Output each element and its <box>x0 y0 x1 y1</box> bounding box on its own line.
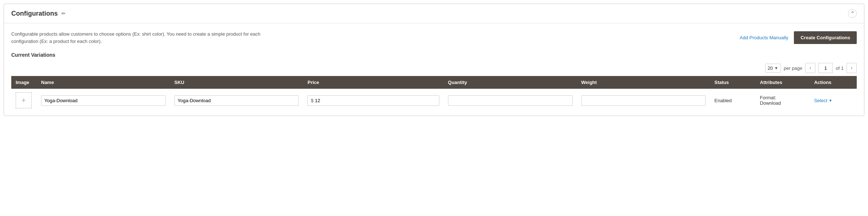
edit-icon[interactable]: ✏ <box>61 11 66 16</box>
prev-page-button[interactable]: ‹ <box>805 63 815 73</box>
col-header-price: Price <box>303 76 443 89</box>
select-label: Select <box>814 98 827 103</box>
attribute-value: Format:Download <box>760 95 781 106</box>
add-products-manually-link[interactable]: Add Products Manually <box>740 35 788 40</box>
chevron-down-icon: ▼ <box>774 66 778 70</box>
next-page-button[interactable]: › <box>847 63 857 73</box>
weight-input[interactable] <box>581 95 706 106</box>
select-action-button[interactable]: Select▼ <box>814 98 852 103</box>
per-page-select[interactable]: 20 ▼ <box>765 64 781 73</box>
panel-header-left: Configurations ✏ <box>11 10 66 17</box>
intro-text: Configurable products allow customers to… <box>11 31 261 45</box>
status-badge: Enabled <box>714 98 732 103</box>
col-header-status: Status <box>710 76 755 89</box>
price-input-wrap: $ <box>307 95 439 106</box>
chevron-down-icon: ▼ <box>829 99 832 103</box>
add-image-button[interactable]: + <box>16 92 32 108</box>
variations-table: Image Name SKU Price Quantity Weight Sta… <box>11 76 857 112</box>
table-row: +$EnabledFormat:DownloadSelect▼ <box>11 89 857 112</box>
status-cell: Enabled <box>710 89 755 112</box>
page-of-label: of 1 <box>836 65 844 71</box>
per-page-label: per page <box>784 65 802 71</box>
current-variations-title: Current Variations <box>11 52 857 58</box>
per-page-value: 20 <box>768 65 773 71</box>
table-header-row: Image Name SKU Price Quantity Weight Sta… <box>11 76 857 89</box>
weight-cell <box>577 89 710 112</box>
name-input[interactable] <box>41 95 166 106</box>
panel-title: Configurations <box>11 10 58 17</box>
price-input[interactable] <box>315 96 436 105</box>
sku-input[interactable] <box>174 95 299 106</box>
price-cell: $ <box>303 89 443 112</box>
configurations-panel: Configurations ✏ ⌃ Configurable products… <box>4 4 864 116</box>
panel-header: Configurations ✏ ⌃ <box>4 4 864 23</box>
image-cell: + <box>11 89 37 112</box>
name-cell <box>37 89 170 112</box>
page-number-input[interactable] <box>818 63 833 73</box>
quantity-cell <box>444 89 577 112</box>
intro-section: Configurable products allow customers to… <box>11 31 857 45</box>
col-header-quantity: Quantity <box>444 76 577 89</box>
quantity-input[interactable] <box>448 95 573 106</box>
sku-cell <box>170 89 303 112</box>
col-header-attributes: Attributes <box>756 76 810 89</box>
col-header-weight: Weight <box>577 76 710 89</box>
actions-cell: Select▼ <box>810 89 857 112</box>
col-header-name: Name <box>37 76 170 89</box>
attributes-cell: Format:Download <box>756 89 810 112</box>
price-symbol: $ <box>311 98 313 103</box>
col-header-actions: Actions <box>810 76 857 89</box>
intro-actions: Add Products Manually Create Configurati… <box>740 31 857 44</box>
create-configurations-button[interactable]: Create Configurations <box>794 31 857 44</box>
panel-body: Configurable products allow customers to… <box>4 23 864 116</box>
collapse-button[interactable]: ⌃ <box>848 9 857 18</box>
pagination-bar: 20 ▼ per page ‹ of 1 › <box>11 63 857 73</box>
col-header-sku: SKU <box>170 76 303 89</box>
col-header-image: Image <box>11 76 37 89</box>
